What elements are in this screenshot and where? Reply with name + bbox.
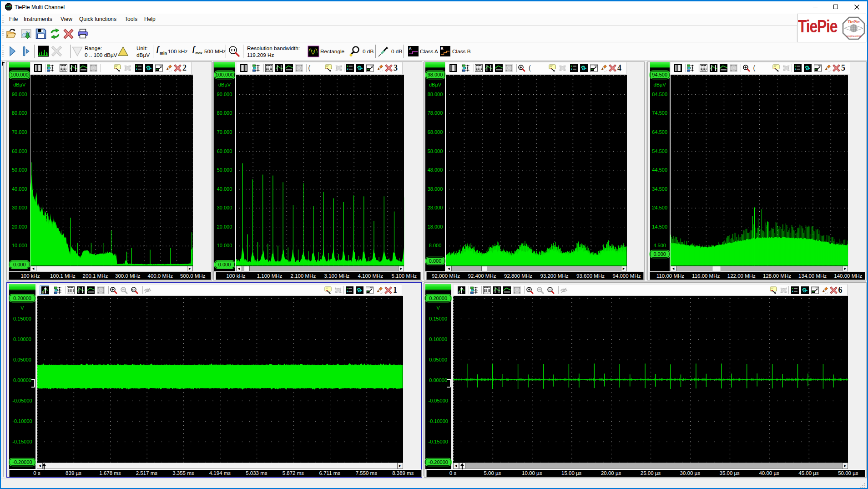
svg-text:TiePie: TiePie: [848, 20, 859, 24]
svg-text:engineering: engineering: [847, 35, 861, 37]
